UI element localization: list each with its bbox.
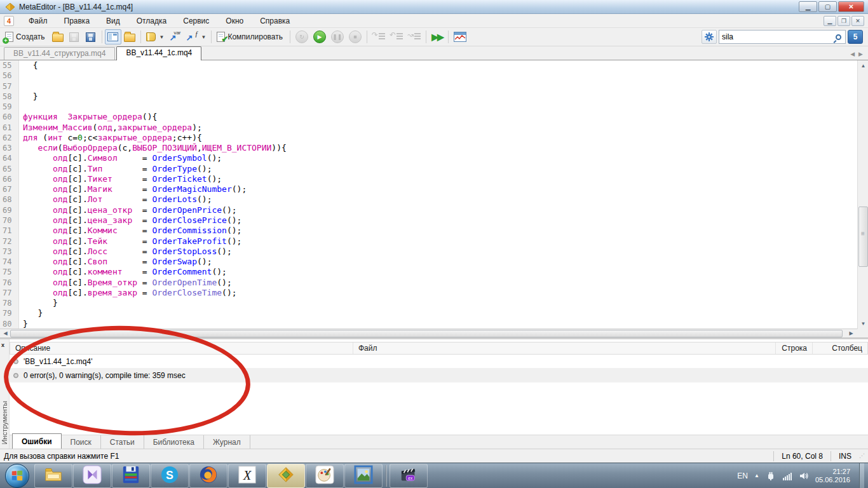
taskbar-app-image-viewer[interactable]	[344, 464, 383, 488]
navigator-toggle-button[interactable]	[105, 29, 121, 44]
show-desktop-button[interactable]	[859, 463, 864, 488]
menu-Правка[interactable]: Правка	[56, 15, 98, 27]
tab-scroll-right-icon[interactable]: ▶	[858, 51, 863, 57]
toolbox-row[interactable]: 0 error(s), 0 warning(s), compile time: …	[10, 369, 868, 383]
toolbox-row[interactable]: 'BB_v11.44_1c.mq4'	[10, 355, 868, 369]
network-signal-icon[interactable]	[782, 471, 792, 481]
language-indicator[interactable]: EN	[737, 471, 748, 480]
code-line[interactable]: 76 олд[c].Время_откр = OrderOpenTime();	[0, 278, 868, 288]
scroll-down-icon[interactable]: ▼	[859, 320, 867, 328]
code-line[interactable]: 58 }	[0, 92, 868, 102]
code-line[interactable]: 67 олд[c].Магик = OrderMagicNumber();	[0, 184, 868, 194]
code-line[interactable]: 62для (инт c=0;c<закрытые_ордера;c++){	[0, 133, 868, 143]
goto-function-button[interactable]: f↗ ▼	[184, 29, 209, 44]
mdi-minimize-button[interactable]: ▁	[824, 16, 836, 26]
taskbar-app-firefox[interactable]	[189, 464, 227, 488]
tab-scroll-left-icon[interactable]: ◀	[850, 51, 855, 57]
window-maximize-button[interactable]: ▢	[818, 1, 837, 12]
start-debug-button[interactable]: ▶	[311, 29, 329, 44]
save-all-button[interactable]	[83, 29, 99, 44]
scroll-right-icon[interactable]: ▶	[847, 330, 855, 337]
code-line[interactable]: 79 }	[0, 308, 868, 318]
toolbox-close-icon[interactable]: x	[1, 342, 4, 348]
menu-Вид[interactable]: Вид	[98, 15, 128, 27]
open-file-button[interactable]	[50, 29, 66, 44]
mdi-close-button[interactable]: ✕	[851, 16, 864, 26]
menu-Справка[interactable]: Справка	[252, 15, 298, 27]
menu-Сервис[interactable]: Сервис	[175, 15, 217, 27]
new-file-button[interactable]: + Создать	[3, 29, 50, 44]
taskbar-app-metaeditor[interactable]	[267, 464, 305, 488]
code-line[interactable]: 70 олд[c].цена_закр = OrderClosePrice();	[0, 215, 868, 226]
horizontal-scroll-thumb[interactable]	[10, 330, 843, 337]
toolbox-tab-Статьи[interactable]: Статьи	[101, 435, 144, 449]
toolbox-tab-Поиск[interactable]: Поиск	[62, 435, 101, 449]
code-line[interactable]: 78 }	[0, 298, 868, 308]
toolbox-tab-Библиотека[interactable]: Библиотека	[144, 435, 204, 449]
code-line[interactable]: 80}	[0, 319, 868, 329]
code-line[interactable]: 77 олд[c].время_закр = OrderCloseTime();	[0, 288, 868, 298]
taskbar-app-paint-tool[interactable]	[306, 464, 344, 488]
column-line[interactable]: Строка	[776, 342, 813, 354]
document-tab[interactable]: BB_v11.44_1c.mq4	[116, 46, 201, 60]
start-button[interactable]	[5, 464, 29, 488]
window-minimize-button[interactable]: ▁	[799, 1, 817, 12]
step-out-button[interactable]: ↝	[405, 29, 423, 44]
open-chart-button[interactable]	[451, 29, 469, 44]
code-line[interactable]: 72 олд[c].Тейк = OrderTakeProfit();	[0, 236, 868, 247]
mql5-community-button[interactable]: 5	[848, 30, 863, 44]
code-line[interactable]: 59	[0, 102, 868, 112]
menu-Окно[interactable]: Окно	[217, 15, 252, 27]
code-line[interactable]: 56	[0, 71, 868, 81]
code-line[interactable]: 63 если(ВыборОрдера(c,ВЫБОР_ПОЗИЦИЙ,ИЩЕМ…	[0, 143, 868, 153]
document-tab[interactable]: BB_v11.44_структура.mq4	[4, 47, 115, 60]
code-line[interactable]: 68 олд[c].Лот = OrderLots();	[0, 194, 868, 205]
code-line[interactable]: 74 олд[c].Своп = OrderSwap();	[0, 257, 868, 267]
editor-vertical-scrollbar[interactable]: ▲ ▼	[857, 60, 868, 329]
taskbar-app-windows-explorer[interactable]	[34, 464, 72, 488]
code-line[interactable]: 66 олд[c].Тикет = OrderTicket();	[0, 174, 868, 184]
hidden-icons-chevron-icon[interactable]: ▲	[754, 473, 759, 478]
column-file[interactable]: Файл	[353, 342, 776, 354]
mdi-restore-button[interactable]: ❐	[837, 16, 850, 26]
step-into-button[interactable]: ↷	[370, 29, 388, 44]
scroll-up-icon[interactable]: ▲	[859, 62, 867, 70]
taskbar-app-floppy-tool[interactable]	[112, 464, 150, 488]
code-line[interactable]: 57	[0, 81, 868, 92]
search-icon[interactable]	[836, 34, 841, 40]
code-line[interactable]: 61Изменим_Массив(олд,закрытые_ордера);	[0, 123, 868, 133]
compile-button[interactable]: ✔ Компилировать	[214, 29, 287, 44]
search-input[interactable]	[722, 32, 836, 41]
save-button[interactable]	[66, 29, 83, 44]
taskbar-clock[interactable]: 21:27 05.06.2016	[815, 468, 853, 484]
code-line[interactable]: 55 {	[0, 60, 868, 71]
taskbar-app-x-editor[interactable]: X	[228, 464, 266, 488]
speaker-icon[interactable]	[799, 471, 809, 481]
toolbox-vertical-label[interactable]: Инструменты	[1, 401, 8, 445]
toolbox-tab-Журнал[interactable]: Журнал	[204, 435, 250, 449]
code-line[interactable]: 64 олд[c].Символ = OrderSymbol();	[0, 153, 868, 163]
code-line[interactable]: 65 олд[c].Тип = OrderType();	[0, 164, 868, 174]
menu-Отладка[interactable]: Отладка	[128, 15, 175, 27]
code-line[interactable]: 69 олд[c].цена_откр = OrderOpenPrice();	[0, 205, 868, 215]
code-line[interactable]: 73 олд[c].Лосс = OrderStopLoss();	[0, 247, 868, 257]
taskbar-app-skype[interactable]: S	[151, 464, 189, 488]
search-settings-button[interactable]	[702, 30, 717, 44]
pause-debug-button[interactable]: ❚❚	[329, 29, 346, 44]
menu-Файл[interactable]: Файл	[20, 15, 56, 27]
snippets-button[interactable]: ▼	[144, 29, 167, 44]
window-close-button[interactable]: ✕	[838, 1, 864, 12]
goto-variable-button[interactable]: var↗	[167, 29, 184, 44]
taskbar-app-kmplayer[interactable]	[73, 464, 111, 488]
step-over-button[interactable]: ↶	[388, 29, 405, 44]
column-description[interactable]: Описание	[10, 342, 353, 354]
styler-button[interactable]	[121, 29, 138, 44]
vertical-scroll-thumb[interactable]	[858, 207, 868, 267]
continue-to-cursor-button[interactable]: ▶▶	[429, 29, 445, 44]
scroll-left-icon[interactable]: ◀	[1, 330, 10, 337]
code-editor[interactable]: 55 {565758 }5960функция Закрытые_ордера(…	[0, 60, 868, 329]
code-line[interactable]: 60функция Закрытые_ордера(){	[0, 112, 868, 122]
editor-horizontal-scrollbar[interactable]: ◀ ▶	[0, 329, 868, 338]
restart-debug-button[interactable]: ↻	[293, 29, 311, 44]
toolbox-tab-Ошибки[interactable]: Ошибки	[12, 433, 62, 449]
